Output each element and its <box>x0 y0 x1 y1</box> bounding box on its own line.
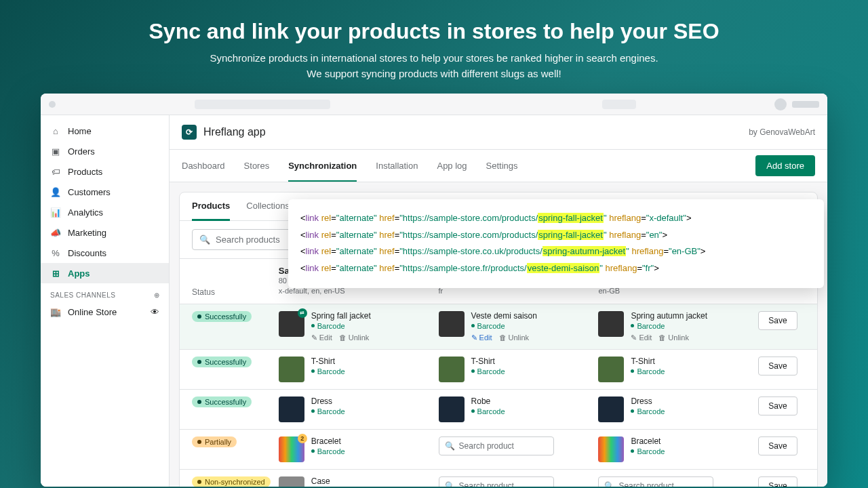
sidebar-item-products[interactable]: 🏷Products <box>41 161 169 182</box>
save-button[interactable]: Save <box>758 436 797 455</box>
product-thumb <box>439 311 465 337</box>
placeholder <box>792 101 819 108</box>
chart-icon: 📊 <box>50 207 61 218</box>
app-title: Hreflang app <box>203 126 266 138</box>
sidebar-section: SALES CHANNELS⊕ <box>41 283 169 302</box>
browser-chrome <box>41 94 827 115</box>
edit-button[interactable]: ✎ Edit <box>471 333 492 342</box>
url-bar-placeholder <box>195 100 330 109</box>
subtab-collections[interactable]: Collections <box>246 192 290 220</box>
app-header: ⟳ Hreflang app by GenovaWebArt <box>170 115 827 150</box>
tag-icon: 🏷 <box>50 166 61 177</box>
table-row: Successfully ⇄Spring fall jacketBarcode✎… <box>180 304 817 349</box>
code-snippet-overlay: <link rel="alternate" href="https://samp… <box>288 199 824 288</box>
avatar-placeholder <box>774 98 787 110</box>
browser-window: ⌂Home ▣Orders 🏷Products 👤Customers 📊Anal… <box>41 94 827 487</box>
search-icon: 🔍 <box>604 481 614 487</box>
save-button[interactable]: Save <box>758 311 797 330</box>
search-product-input[interactable]: 🔍Search product <box>439 436 554 455</box>
sidebar-item-orders[interactable]: ▣Orders <box>41 141 169 161</box>
tab-synchronization[interactable]: Synchronization <box>288 151 357 182</box>
sidebar-item-customers[interactable]: 👤Customers <box>41 182 169 202</box>
sidebar-item-marketing[interactable]: 📣Marketing <box>41 222 169 243</box>
status-header: Status <box>192 287 279 297</box>
table-row: Successfully T-ShirtBarcode T-ShirtBarco… <box>180 349 817 389</box>
status-badge: Successfully <box>192 311 252 322</box>
status-badge: Partially <box>192 436 237 447</box>
main-content: ⟳ Hreflang app by GenovaWebArt Dashboard… <box>170 115 827 487</box>
sidebar-item-analytics[interactable]: 📊Analytics <box>41 202 169 222</box>
warning-badge: 2 <box>298 434 307 443</box>
app-logo-icon: ⟳ <box>182 125 197 140</box>
add-store-button[interactable]: Add store <box>755 155 815 176</box>
product-thumb <box>598 311 624 337</box>
user-icon: 👤 <box>50 186 61 197</box>
main-tabs: Dashboard Stores Synchronization Install… <box>170 150 827 182</box>
tab-dashboard[interactable]: Dashboard <box>182 151 225 180</box>
megaphone-icon: 📣 <box>50 227 61 238</box>
save-button[interactable]: Save <box>758 476 797 487</box>
unlink-button[interactable]: 🗑 Unlink <box>499 333 530 342</box>
search-icon: 🔍 <box>199 235 210 245</box>
sync-icon: ⇄ <box>298 308 307 318</box>
window-dot <box>49 101 56 108</box>
tab-applog[interactable]: App log <box>437 151 467 180</box>
product-thumb: ⇄ <box>279 311 304 337</box>
hero-line2: We support syncing products with differe… <box>0 66 868 82</box>
table-row: Partially 2BraceletBarcode 🔍Search produ… <box>180 429 817 469</box>
save-button[interactable]: Save <box>758 357 797 375</box>
search-product-input[interactable]: 🔍Search product <box>439 476 554 487</box>
table-row: Non-synchronized Case 🔍Search product 🔍S… <box>180 469 817 487</box>
tab-stores[interactable]: Stores <box>244 151 270 180</box>
search-icon: 🔍 <box>445 441 455 451</box>
sidebar: ⌂Home ▣Orders 🏷Products 👤Customers 📊Anal… <box>41 115 170 487</box>
search-icon: 🔍 <box>445 481 455 487</box>
plus-icon[interactable]: ⊕ <box>154 291 160 299</box>
home-icon: ⌂ <box>50 125 61 136</box>
hero-line1: Synchronize products in international st… <box>0 51 868 66</box>
tab-installation[interactable]: Installation <box>376 151 418 180</box>
status-badge: Non-synchronized <box>192 476 271 487</box>
tab-settings[interactable]: Settings <box>486 151 518 180</box>
sync-panel: Products Collections 🔍 Search products <… <box>179 192 818 487</box>
orders-icon: ▣ <box>50 146 61 157</box>
search-product-input[interactable]: 🔍Search product <box>598 476 713 487</box>
store-icon: 🏬 <box>50 306 61 317</box>
app-author: by GenovaWebArt <box>749 127 815 137</box>
sidebar-item-home[interactable]: ⌂Home <box>41 121 169 141</box>
subtab-products[interactable]: Products <box>192 192 230 221</box>
placeholder <box>602 100 636 109</box>
hero-title: Sync and link your products in stores to… <box>0 19 868 44</box>
sidebar-item-apps[interactable]: ⊞Apps <box>41 263 169 283</box>
eye-icon[interactable]: 👁 <box>151 307 159 317</box>
percent-icon: % <box>50 247 61 258</box>
unlink-button[interactable]: 🗑 Unlink <box>339 333 370 342</box>
unlink-button[interactable]: 🗑 Unlink <box>658 333 689 342</box>
status-badge: Successfully <box>192 396 252 407</box>
table-row: Successfully DressBarcode RobeBarcode Dr… <box>180 389 817 429</box>
save-button[interactable]: Save <box>758 396 797 415</box>
status-badge: Successfully <box>192 357 252 367</box>
edit-button[interactable]: ✎ Edit <box>311 333 332 342</box>
edit-button[interactable]: ✎ Edit <box>631 333 652 342</box>
apps-icon: ⊞ <box>50 268 61 279</box>
sidebar-item-online-store[interactable]: 🏬Online Store👁 <box>41 302 169 322</box>
sidebar-item-discounts[interactable]: %Discounts <box>41 243 169 263</box>
